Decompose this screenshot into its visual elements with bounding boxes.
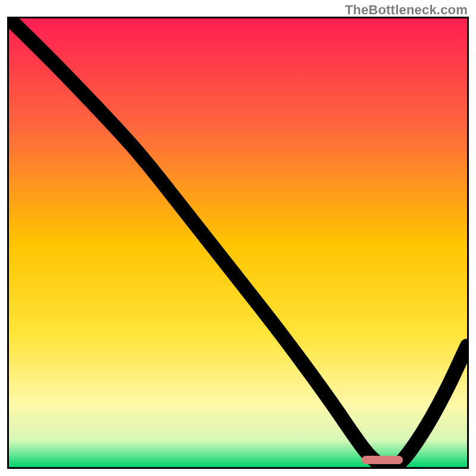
watermark-text: TheBottleneck.com [345,2,468,18]
optimal-range-marker [362,456,403,464]
bottleneck-curve-path [9,18,467,467]
chart-frame [7,17,469,469]
bottleneck-curve [9,18,467,467]
